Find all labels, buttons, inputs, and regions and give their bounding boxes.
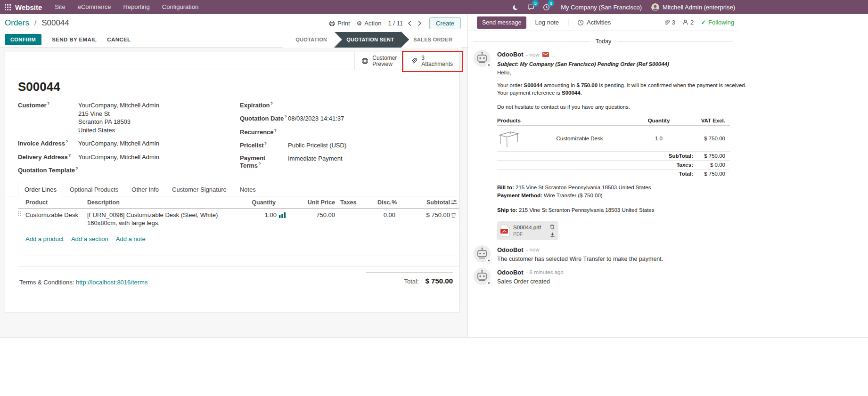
menu-site[interactable]: Site (49, 0, 71, 14)
odoobot-heart-badge: ♥ (486, 280, 492, 286)
user-avatar[interactable] (651, 3, 659, 11)
control-panel: Orders / S00044 Print ⚙ Action 1 / 11 Cr… (0, 14, 467, 32)
create-button[interactable]: Create (429, 17, 461, 29)
globe-icon (361, 57, 368, 65)
attachments-button[interactable]: 3 Attachments (403, 52, 459, 70)
customer-preview-button[interactable]: Customer Preview (354, 52, 403, 70)
send-by-email-button[interactable]: SEND BY EMAIL (52, 34, 97, 45)
line-quantity[interactable]: 1.00 (246, 211, 288, 218)
following-button[interactable]: ✓ Following (701, 19, 734, 26)
menu-reporting[interactable]: Reporting (117, 0, 156, 14)
message-author[interactable]: OdooBot (497, 269, 524, 276)
message-body: The customer has selected Wire Transfer … (497, 255, 739, 263)
chatter-counters: 3 2 ✓ Following (663, 19, 739, 26)
print-button[interactable]: Print (329, 20, 350, 27)
stage-quotation-sent[interactable]: QUOTATION SENT (334, 32, 401, 48)
email-product-name: Customizable Desk (556, 136, 603, 141)
message-author[interactable]: OdooBot (497, 246, 524, 253)
app-brand[interactable]: Website (15, 3, 42, 11)
pager-previous-button[interactable] (407, 20, 413, 26)
stage-quotation[interactable]: QUOTATION (283, 32, 334, 48)
pager: 1 / 11 (388, 20, 423, 27)
messages-tray-icon[interactable]: 5 (523, 0, 539, 14)
terms-and-conditions: Terms & Conditions: http://localhost:801… (19, 279, 147, 286)
tab-other-info[interactable]: Other Info (125, 183, 165, 196)
dark-mode-moon-icon[interactable] (508, 0, 523, 14)
menu-ecommerce[interactable]: eCommerce (72, 0, 117, 14)
pricelist-value[interactable]: Public Pricelist (USD) (288, 141, 346, 150)
line-unit-price[interactable]: 750.00 (288, 211, 336, 218)
field-expiration: Expiration? (240, 101, 452, 109)
field-delivery-address: Delivery Address? YourCompany, Mitchell … (18, 153, 228, 162)
tab-order-lines[interactable]: Order Lines (18, 183, 63, 196)
delivery-address-value[interactable]: YourCompany, Mitchell Admin (78, 153, 159, 162)
message-author[interactable]: OdooBot (497, 51, 524, 58)
activities-button[interactable]: Activities (568, 19, 611, 26)
order-lines-table: Product Description Quantity Unit Price … (18, 196, 459, 267)
optional-columns-icon[interactable] (451, 200, 459, 205)
attachments-count: 3 (421, 55, 425, 61)
status-pipeline: QUOTATION QUOTATION SENT SALES ORDER (283, 32, 461, 48)
line-disc[interactable]: 0.00 (377, 211, 396, 218)
systray: 5 8 My Company (San Francisco) Mitchell … (508, 0, 738, 14)
activities-tray-icon[interactable]: 8 (539, 0, 554, 14)
breadcrumb-orders-link[interactable]: Orders (5, 18, 29, 27)
tab-customer-signature[interactable]: Customer Signature (165, 183, 233, 196)
field-payment-terms: Payment Terms? Immediate Payment (240, 154, 452, 169)
attachments-counter[interactable]: 3 (663, 19, 675, 26)
field-customer: Customer? YourCompany, Mitchell Admin 21… (18, 101, 228, 134)
chatter-message: ♥ OdooBot - 6 minutes ago Sales Order cr… (468, 268, 739, 285)
attachment-delete-icon[interactable] (550, 224, 555, 229)
add-a-note-link[interactable]: Add a note (116, 235, 146, 242)
paperclip-icon (663, 19, 670, 26)
email-total-row: Total: $ 750.00 (497, 170, 730, 178)
log-note-button[interactable]: Log note (535, 19, 559, 26)
odoobot-avatar: ♥ (474, 50, 491, 67)
payment-terms-value[interactable]: Immediate Payment (288, 154, 343, 163)
company-switcher[interactable]: My Company (San Francisco) (554, 4, 648, 11)
tab-notes[interactable]: Notes (233, 183, 262, 196)
statusbar: CONFIRM SEND BY EMAIL CANCEL QUOTATION Q… (0, 32, 467, 48)
chatter-header: Send message Log note Activities 3 2 ✓ F… (468, 14, 739, 31)
odoo-app: Website Site eCommerce Reporting Configu… (0, 0, 868, 396)
pager-value: 1 / 11 (388, 20, 403, 27)
attachment-card[interactable]: S00044.pdf PDF (497, 221, 558, 240)
check-icon: ✓ (701, 19, 706, 26)
envelope-icon[interactable] (542, 52, 549, 57)
email-body: Subject: My Company (San Francisco) Pend… (497, 61, 735, 240)
followers-counter[interactable]: 2 (682, 19, 694, 26)
fields-right-column: Expiration? Quotation Date? 08/03/2023 1… (240, 101, 452, 174)
delete-line-icon[interactable] (451, 211, 459, 218)
line-description[interactable]: [FURN_0096] Customizable Desk (Steel, Wh… (87, 211, 246, 227)
cancel-button[interactable]: CANCEL (107, 34, 131, 45)
customer-value[interactable]: YourCompany, Mitchell Admin 215 Vine St … (78, 101, 159, 134)
line-product[interactable]: Customizable Desk (25, 211, 87, 218)
forecast-chart-icon[interactable] (279, 212, 286, 218)
send-message-button[interactable]: Send message (477, 16, 526, 29)
add-a-section-link[interactable]: Add a section (71, 235, 108, 242)
user-menu[interactable]: Mitchell Admin (enterprise) (663, 4, 735, 11)
attachment-download-icon[interactable] (550, 232, 555, 237)
day-divider: Today (474, 38, 733, 45)
fields-left-column: Customer? YourCompany, Mitchell Admin 21… (18, 101, 228, 179)
order-line-row[interactable]: Customizable Desk [FURN_0096] Customizab… (18, 209, 459, 231)
activities-badge: 8 (548, 0, 554, 7)
stage-sales-order[interactable]: SALES ORDER (401, 32, 461, 48)
quotation-date-value[interactable]: 08/03/2023 14:41:37 (288, 114, 344, 123)
control-panel-actions: Print ⚙ Action 1 / 11 Create (329, 17, 461, 29)
pager-next-button[interactable] (417, 20, 423, 26)
attachment-type: PDF (513, 232, 548, 237)
invoice-address-value[interactable]: YourCompany, Mitchell Admin (78, 139, 159, 148)
messages-badge: 5 (532, 0, 539, 7)
apps-menu-icon[interactable] (5, 4, 11, 10)
email-subject: Subject: My Company (San Francisco) Pend… (497, 61, 735, 67)
action-button[interactable]: ⚙ Action (357, 20, 382, 27)
order-lines-header: Product Description Quantity Unit Price … (18, 196, 459, 209)
menu-configuration[interactable]: Configuration (156, 0, 205, 14)
terms-link[interactable]: http://localhost:8016/terms (76, 279, 147, 286)
attachments-label: Attachments (421, 61, 453, 67)
confirm-button[interactable]: CONFIRM (5, 34, 41, 45)
paperclip-icon (410, 57, 418, 65)
tab-optional-products[interactable]: Optional Products (63, 183, 125, 196)
add-a-product-link[interactable]: Add a product (25, 235, 64, 242)
